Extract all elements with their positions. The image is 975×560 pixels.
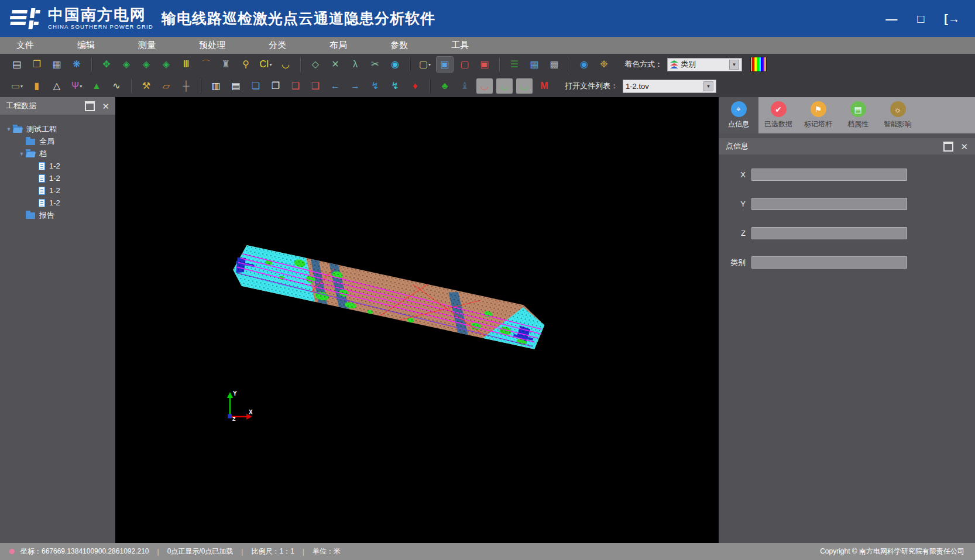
visibility-icon[interactable]: ◉: [387, 57, 403, 72]
panel-restore-icon[interactable]: [85, 101, 95, 111]
rotate-x-icon[interactable]: ◈: [118, 57, 135, 72]
m-tool-icon[interactable]: M: [536, 78, 552, 94]
panel-restore-icon[interactable]: [943, 142, 953, 152]
select-move-icon[interactable]: ▣: [437, 57, 453, 72]
menu-item-classify[interactable]: 分类: [255, 37, 300, 54]
route-cyan-icon[interactable]: ↯: [387, 78, 403, 94]
warning-triangle-icon[interactable]: △: [49, 78, 65, 94]
tree-item-report[interactable]: 报告: [0, 209, 115, 221]
snapshot-icon[interactable]: ◉: [576, 57, 592, 72]
tower-measure-icon[interactable]: ♜: [218, 57, 234, 72]
tab-point-info[interactable]: ⌖点信息: [719, 97, 758, 133]
field-z-input[interactable]: [751, 227, 907, 239]
tower-icon[interactable]: ♝: [456, 78, 473, 94]
colorbar-icon[interactable]: [750, 57, 767, 72]
field-category-input[interactable]: [751, 256, 907, 269]
select-points-icon[interactable]: ▢: [456, 57, 473, 72]
back-icon[interactable]: ←: [327, 78, 344, 94]
class-layers-icon[interactable]: ☰: [506, 57, 523, 72]
tree-item-span[interactable]: ▼档: [0, 147, 115, 160]
route-blue-icon[interactable]: ↯: [367, 78, 383, 94]
menu-item-preprocess[interactable]: 预处理: [185, 37, 239, 54]
minimize-button[interactable]: —: [885, 13, 897, 25]
select-single-icon[interactable]: ▣: [476, 57, 493, 72]
cut-icon[interactable]: ✂: [367, 57, 383, 72]
exit-button[interactable]: [→: [944, 13, 960, 25]
vertical-ruler-icon[interactable]: ▮: [29, 78, 45, 94]
sag-green-icon[interactable]: ◡: [496, 78, 513, 94]
split-horizontal-icon[interactable]: ▤: [228, 78, 244, 94]
field-x-input[interactable]: [751, 169, 907, 181]
tree-item-label: 报告: [39, 210, 54, 221]
open-project-icon[interactable]: ❒: [29, 57, 45, 72]
tab-selected-data[interactable]: ✔已选数据: [758, 97, 798, 133]
expander-icon[interactable]: ▼: [5, 126, 13, 132]
multi-line-icon[interactable]: Ψ▾: [68, 78, 85, 94]
tree-item-global[interactable]: 全局: [0, 135, 115, 147]
move-icon[interactable]: ✥: [98, 57, 115, 72]
rotate-z-icon[interactable]: ◈: [158, 57, 174, 72]
catenary-icon[interactable]: ◡: [277, 57, 294, 72]
menu-item-parameters[interactable]: 参数: [376, 37, 422, 54]
settings-icon[interactable]: ❋: [68, 57, 85, 72]
delete-columns-icon[interactable]: Ⅲ: [178, 57, 194, 72]
coloring-mode-select[interactable]: 类别 ▼: [667, 58, 742, 71]
forward-icon[interactable]: →: [347, 78, 363, 94]
circle-select-icon[interactable]: ◇: [307, 57, 324, 72]
brush-icon[interactable]: ⚒: [138, 78, 155, 94]
rect-select-icon[interactable]: ▢▾: [417, 57, 433, 72]
tree-item-1-2-a[interactable]: 1-2: [0, 160, 115, 172]
point-cloud-canvas[interactable]: Y X Z: [115, 97, 719, 543]
spline-icon[interactable]: ∿: [108, 78, 125, 94]
panel-close-icon[interactable]: ✕: [960, 142, 968, 151]
new-project-icon[interactable]: ▤: [9, 57, 25, 72]
save-icon[interactable]: ▦: [49, 57, 65, 72]
tree-item-label: 1-2: [49, 186, 60, 195]
tree-item-1-2-b[interactable]: 1-2: [0, 172, 115, 184]
grid-select-icon[interactable]: ▩: [546, 57, 562, 72]
ruler-icon[interactable]: ▱: [158, 78, 174, 94]
cascade-windows-icon[interactable]: ❏: [248, 78, 264, 94]
grid-icon[interactable]: ▦: [526, 57, 543, 72]
tab-smart-impact[interactable]: ☼智能影响: [878, 97, 918, 133]
open-file-list-select[interactable]: 1-2.tov ▼: [623, 80, 716, 93]
add-pole-icon[interactable]: λ: [347, 57, 363, 72]
tree-item-1-2-c[interactable]: 1-2: [0, 184, 115, 197]
new-window-icon[interactable]: ❐: [267, 78, 284, 94]
menu-item-tools[interactable]: 工具: [437, 37, 483, 54]
tab-label: 点信息: [728, 119, 749, 129]
menu-item-file[interactable]: 文件: [2, 37, 48, 54]
project-tree: ▼测试工程全局▼档1-21-21-21-2报告: [0, 115, 115, 221]
panel-close-icon[interactable]: ✕: [102, 102, 109, 111]
window-select-1-icon[interactable]: ❑: [287, 78, 304, 94]
measure-tool-icon[interactable]: ▭▾: [9, 78, 25, 94]
tab-mark-tower[interactable]: ⚑标记塔杆: [798, 97, 838, 133]
tree-item-1-2-d[interactable]: 1-2: [0, 197, 115, 209]
profile-view-icon[interactable]: ⌒: [198, 57, 214, 72]
window-select-2-icon[interactable]: ❑: [307, 78, 324, 94]
section-line-icon[interactable]: ┼: [178, 78, 194, 94]
tab-span-properties[interactable]: ▤档属性: [838, 97, 878, 133]
menu-item-layout[interactable]: 布局: [315, 37, 361, 54]
rotate-y-icon[interactable]: ◈: [138, 57, 155, 72]
ci-dropdown-icon[interactable]: CI▾: [258, 57, 274, 72]
status-separator: |: [303, 548, 304, 556]
tree-icon[interactable]: ♣: [437, 78, 453, 94]
location-pin-icon[interactable]: ♦: [407, 78, 423, 94]
expander-icon[interactable]: ▼: [18, 151, 26, 157]
file-icon: [39, 199, 45, 207]
menu-item-measure[interactable]: 测量: [124, 37, 170, 54]
field-y-input[interactable]: [751, 198, 907, 210]
menu-item-edit[interactable]: 编辑: [63, 37, 109, 54]
delete-points-icon[interactable]: ✕: [327, 57, 344, 72]
palette-icon[interactable]: ❉: [596, 57, 612, 72]
status-coordinates: 坐标：667669.1384100900.2861092.210: [20, 547, 149, 556]
sag-red-icon[interactable]: ◡: [476, 78, 493, 94]
north-arrow-icon[interactable]: ▲: [88, 78, 105, 94]
split-vertical-icon[interactable]: ▥: [208, 78, 224, 94]
tree-item-test-project[interactable]: ▼测试工程: [0, 123, 115, 135]
sag-green2-icon[interactable]: ◡: [516, 78, 533, 94]
maximize-button[interactable]: □: [917, 13, 924, 25]
axis-z-label: Z: [232, 416, 236, 422]
key-icon[interactable]: ⚲: [238, 57, 254, 72]
